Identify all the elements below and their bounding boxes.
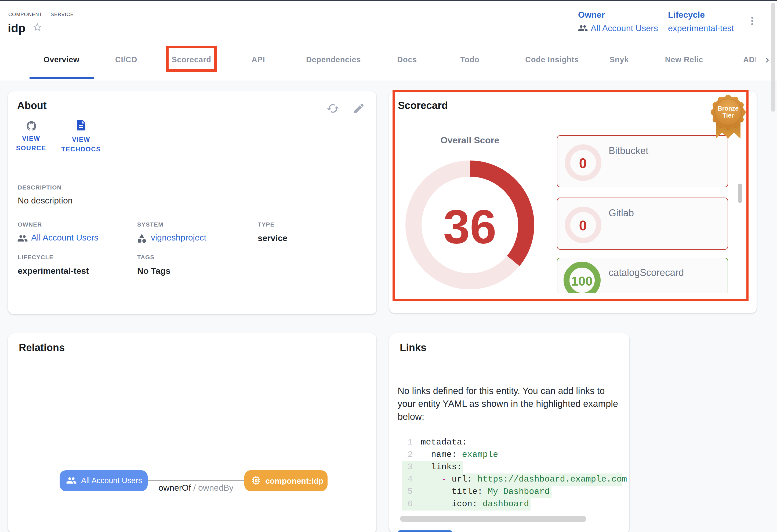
svg-text:Tier: Tier [723, 112, 734, 119]
svg-text:Bronze: Bronze [718, 105, 739, 112]
